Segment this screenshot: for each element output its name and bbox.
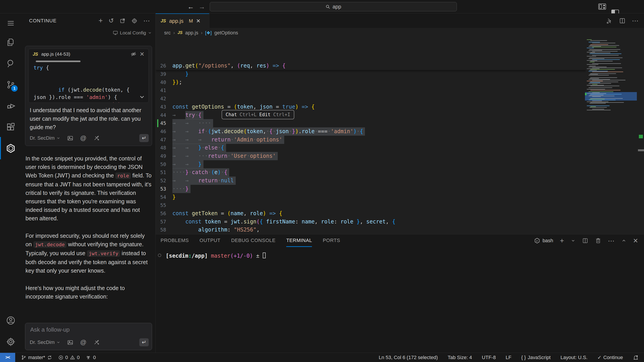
panel-tab-debug-console[interactable]: DEBUG CONSOLE (231, 234, 276, 247)
editor-more-icon[interactable]: ⋯ (632, 17, 639, 24)
branch-item[interactable]: master* (21, 355, 52, 361)
code-line-45[interactable]: 45→ → ···· (156, 119, 586, 127)
code-line-44[interactable]: 44→ try·{ (156, 111, 586, 119)
code-line-41[interactable]: 41 (156, 86, 586, 94)
breadcrumb-folder[interactable]: src (164, 30, 170, 36)
chat-hint-label[interactable]: Chat (226, 112, 237, 117)
code-line-56[interactable]: 56const getToken = (name, role) => { (156, 209, 586, 218)
problems-item[interactable]: 0 0 (58, 355, 80, 361)
code-line-58[interactable]: 58 algorithm: "HS256", (156, 226, 586, 234)
edit-hint-label[interactable]: Edit (259, 112, 270, 117)
code-line-47[interactable]: 47→ → → return·'Admin·options' (156, 136, 586, 144)
code-line-50[interactable]: 50→ → } (156, 160, 586, 168)
code-line-49[interactable]: 49→ → ···return·'User·options' (156, 152, 586, 160)
snippet-close-icon[interactable]: ✕ (140, 51, 144, 58)
panel-tab-output[interactable]: OUTPUT (200, 234, 220, 247)
code-line-54[interactable]: 54} (156, 193, 586, 201)
cursor-position-item[interactable]: Ln 53, Col 6 (172 selected) (379, 355, 438, 361)
more-actions-icon[interactable]: ⋯ (143, 17, 150, 24)
encoding-item[interactable]: UTF-8 (482, 355, 496, 361)
tab-close-icon[interactable]: ✕ (196, 18, 200, 24)
ports-item[interactable]: 0 (86, 355, 96, 361)
mention-icon[interactable]: @ (80, 134, 86, 142)
maximize-panel-icon[interactable] (622, 238, 626, 243)
close-panel-icon[interactable]: ✕ (633, 237, 638, 245)
extensions-icon[interactable] (0, 117, 22, 137)
breadcrumb[interactable]: src › JS app.js › [❖] getOptions (156, 28, 644, 37)
panel-more-icon[interactable]: ⋯ (608, 237, 615, 245)
continue-extension-icon[interactable] (0, 139, 22, 158)
panel-tab-terminal[interactable]: TERMINAL (286, 234, 312, 247)
history-icon[interactable]: ↺ (109, 17, 114, 24)
code-line-48[interactable]: 48→ → }·else·{ (156, 144, 586, 152)
open-external-icon[interactable] (120, 18, 126, 24)
account-icon[interactable] (0, 311, 22, 330)
code-line-42[interactable]: 42 (156, 94, 586, 103)
expand-chevron-icon[interactable] (139, 94, 145, 100)
explorer-icon[interactable] (0, 32, 22, 52)
new-session-icon[interactable]: + (98, 16, 103, 25)
settings-gear-icon[interactable] (0, 332, 22, 352)
breadcrumb-symbol[interactable]: getOptions (214, 30, 238, 36)
ruler-slider[interactable] (638, 149, 644, 151)
config-gear-icon[interactable] (131, 18, 138, 24)
menu-icon[interactable] (0, 13, 22, 33)
code-line-43[interactable]: 43const getOptions = (token, json = true… (156, 103, 586, 111)
search-sidebar-icon[interactable] (0, 54, 22, 73)
tools-icon[interactable] (93, 339, 100, 346)
command-center-search[interactable]: app (210, 2, 457, 11)
minimap[interactable] (585, 37, 637, 234)
code-editor[interactable]: 39 }40});414243const getOptions = (token… (156, 37, 644, 234)
code-line-55[interactable]: 55 (156, 201, 586, 209)
code-snippet-card[interactable]: JS app.js (44-53) ✕ try { if (jwt.decode… (28, 49, 149, 103)
panel-tab-ports[interactable]: PORTS (323, 234, 340, 247)
snippet-scrollbar[interactable] (36, 60, 80, 62)
code-line-53[interactable]: 53····} (156, 185, 586, 193)
sticky-scroll-line[interactable]: 26app.get("/options", (req, res) => { (156, 62, 586, 70)
send-button[interactable]: ↵ (139, 338, 149, 346)
code-line-26[interactable]: 26app.get("/options", (req, res) => { (156, 62, 586, 70)
config-selector[interactable]: Local Config (113, 28, 152, 37)
code-line-57[interactable]: 57 const token = jwt.sign({ firstName: n… (156, 218, 586, 226)
compare-changes-icon[interactable] (606, 17, 613, 24)
model-selector[interactable]: Dr. SecDim (30, 340, 60, 345)
model-selector[interactable]: Dr. SecDim (30, 135, 60, 141)
terminal-dropdown-icon[interactable] (571, 238, 575, 243)
sync-icon[interactable] (47, 355, 52, 360)
language-item[interactable]: { } JavaScript (521, 355, 551, 361)
send-button[interactable]: ↵ (139, 134, 149, 142)
source-control-icon[interactable]: 1 (0, 75, 22, 94)
split-editor-icon[interactable] (619, 17, 626, 24)
tab-appjs[interactable]: JS app.js M ✕ (156, 13, 209, 28)
forward-arrow-icon[interactable]: → (198, 0, 205, 13)
back-arrow-icon[interactable]: ← (188, 0, 194, 13)
new-terminal-icon[interactable]: + (560, 237, 564, 245)
mention-icon[interactable]: @ (80, 339, 86, 346)
kill-terminal-icon[interactable] (595, 238, 601, 244)
panel-tab-problems[interactable]: PROBLEMS (160, 234, 189, 247)
code-line-46[interactable]: 46→ → if·(jwt.decode(token,·{·json·}).ro… (156, 127, 586, 136)
breadcrumb-file[interactable]: app.js (185, 30, 198, 36)
eol-item[interactable]: LF (506, 355, 512, 361)
layout-item[interactable]: Layout: U.S. (560, 355, 588, 361)
terminal-shell-item[interactable]: bash (534, 238, 553, 244)
split-terminal-icon[interactable] (582, 238, 588, 244)
continue-status-item[interactable]: ✓ Continue (597, 355, 623, 361)
followup-input-box[interactable]: Ask a follow-up Dr. SecDim @ ↵ (25, 323, 152, 350)
eye-off-icon[interactable] (130, 51, 136, 57)
code-line-52[interactable]: 52→ → return·null (156, 177, 586, 185)
remote-indicator[interactable]: >< (0, 353, 15, 362)
overview-ruler[interactable] (638, 37, 644, 234)
tab-size-item[interactable]: Tab Size: 4 (448, 355, 472, 361)
terminal-prompt[interactable]: [secdim:/app] master(+1/-0) ± (166, 251, 266, 260)
code-line-39[interactable]: 39 } (156, 70, 586, 78)
notifications-bell-icon[interactable] (633, 355, 639, 361)
image-attach-icon[interactable] (67, 339, 73, 346)
tools-icon[interactable] (93, 135, 100, 141)
image-attach-icon[interactable] (67, 135, 73, 141)
code-line-40[interactable]: 40}); (156, 78, 586, 86)
run-debug-icon[interactable] (0, 96, 22, 116)
inline-chat-hint[interactable]: Chat Ctrl+L Edit Ctrl+I (222, 110, 294, 119)
customize-layout-icon[interactable] (598, 3, 606, 9)
code-line-51[interactable]: 51····}·catch·(e)·{ (156, 168, 586, 177)
